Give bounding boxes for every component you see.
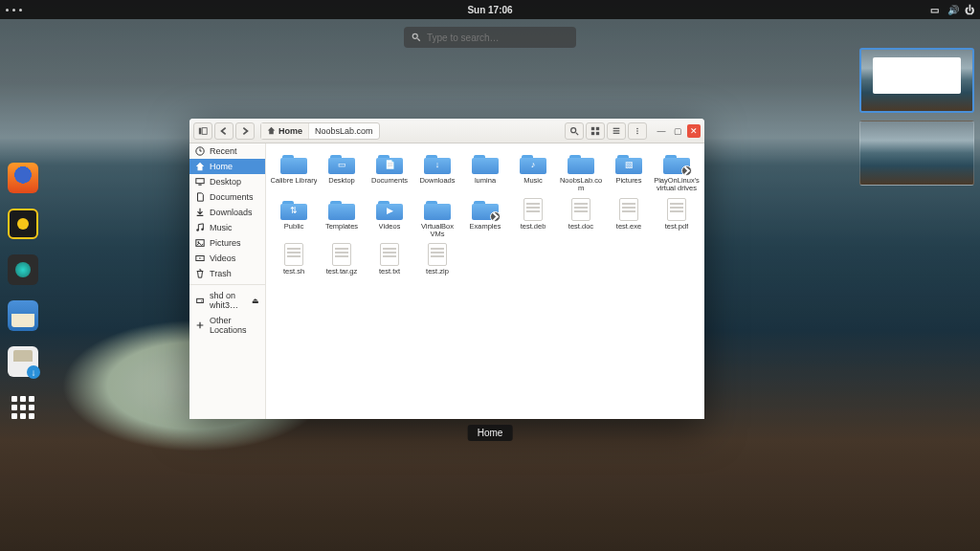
clock-label[interactable]: Sun 17:06 (467, 5, 512, 15)
maximize-button[interactable]: ▢ (671, 124, 684, 138)
close-button[interactable]: ✕ (687, 124, 701, 138)
file-item[interactable]: test.pdf (653, 197, 701, 239)
sidebar-item-desktop[interactable]: Desktop (189, 174, 265, 189)
sidebar-item-other-locations[interactable]: Other Locations (189, 313, 265, 338)
svg-rect-8 (591, 131, 594, 134)
dock-app-rhythmbox[interactable] (8, 209, 38, 239)
power-icon[interactable]: ⏻ (965, 5, 974, 14)
svg-rect-9 (596, 131, 599, 134)
menu-button[interactable] (607, 122, 626, 140)
sidebar-item-home[interactable]: Home (189, 159, 265, 174)
volume-icon[interactable]: 🔊 (947, 5, 957, 14)
sidebar-item-music[interactable]: Music (189, 220, 265, 235)
folder-item[interactable]: ▭Desktop (318, 151, 366, 193)
svg-rect-2 (199, 127, 202, 134)
svg-point-19 (196, 229, 199, 231)
dock-app-photos[interactable] (8, 254, 38, 285)
path-home-label: Home (278, 126, 302, 136)
files-window: Home NoobsLab.com — ▢ ✕ RecentHomeDeskto… (189, 119, 704, 419)
dash-dock (8, 163, 38, 423)
folder-item[interactable]: ♪Music (509, 151, 557, 193)
screen-icon[interactable]: ▭ (930, 5, 940, 14)
folder-item[interactable]: ▶Videos (366, 197, 413, 239)
folder-item[interactable]: PlayOnLinux's virtual drives (653, 151, 701, 193)
svg-point-14 (636, 130, 638, 132)
sidebar-item-shd-on-whit3-[interactable]: shd on whit3…⏏ (189, 288, 265, 313)
window-caption: Home (468, 425, 513, 441)
dock-app-firefox[interactable] (8, 163, 38, 193)
svg-point-13 (636, 127, 638, 129)
sidebar-item-pictures[interactable]: Pictures (189, 235, 265, 251)
svg-line-5 (576, 132, 579, 135)
sidebar-item-downloads[interactable]: Downloads (189, 205, 265, 220)
svg-rect-18 (198, 185, 201, 186)
places-sidebar: RecentHomeDesktopDocumentsDownloadsMusic… (189, 143, 266, 419)
sidebar-item-documents[interactable]: Documents (189, 189, 265, 205)
folder-item[interactable]: ⇅Public (270, 197, 318, 239)
more-button[interactable] (628, 122, 647, 140)
file-item[interactable]: test.exe (605, 197, 653, 239)
svg-rect-6 (591, 126, 594, 129)
dock-app-grid[interactable] (8, 392, 38, 423)
svg-rect-11 (613, 130, 620, 131)
path-bar[interactable]: Home NoobsLab.com (260, 122, 380, 140)
svg-rect-17 (196, 179, 204, 184)
sidebar-item-trash[interactable]: Trash (189, 266, 265, 281)
sidebar-toggle-button[interactable] (193, 122, 212, 140)
folder-item[interactable]: 📄Documents (366, 151, 413, 193)
window-titlebar: Home NoobsLab.com — ▢ ✕ (189, 119, 704, 143)
file-item[interactable]: test.deb (509, 197, 557, 239)
path-home[interactable]: Home (261, 123, 309, 139)
folder-item[interactable]: VirtualBox VMs (413, 197, 461, 239)
search-button[interactable] (565, 122, 584, 140)
folder-item[interactable]: NoobsLab.com (557, 151, 605, 193)
link-badge-icon (681, 165, 692, 176)
workspace-2[interactable] (859, 121, 974, 186)
view-toggle-button[interactable] (586, 122, 605, 140)
folder-item[interactable]: Templates (318, 197, 366, 239)
dock-app-software[interactable] (8, 346, 38, 377)
search-input[interactable] (427, 33, 568, 43)
file-item[interactable]: test.sh (270, 242, 318, 276)
svg-point-20 (201, 228, 204, 231)
folder-item[interactable]: ▧Pictures (605, 151, 653, 193)
file-item[interactable]: test.zip (413, 242, 461, 276)
svg-rect-12 (613, 132, 620, 133)
svg-rect-24 (197, 298, 204, 302)
folder-item[interactable]: lumina (461, 151, 509, 193)
minimize-button[interactable]: — (655, 124, 668, 138)
workspace-switcher (859, 48, 974, 186)
svg-point-25 (201, 300, 202, 301)
activities-button[interactable] (6, 9, 22, 11)
workspace-1[interactable] (859, 48, 974, 113)
dock-app-files[interactable] (8, 300, 38, 331)
svg-rect-3 (202, 127, 207, 134)
file-item[interactable]: test.txt (366, 242, 413, 276)
svg-point-4 (571, 127, 576, 132)
svg-rect-7 (596, 126, 599, 129)
back-button[interactable] (214, 122, 234, 140)
file-item[interactable]: test.tar.gz (318, 242, 366, 276)
forward-button[interactable] (235, 122, 255, 140)
svg-line-1 (417, 38, 420, 41)
top-bar: Sun 17:06 ▭ 🔊 ⏻ (0, 0, 980, 19)
overview-search[interactable] (404, 27, 576, 48)
svg-point-15 (636, 132, 638, 134)
folder-item[interactable]: Examples (461, 197, 509, 239)
file-item[interactable]: test.doc (557, 197, 605, 239)
search-icon (412, 33, 421, 42)
folder-item[interactable]: ↓Downloads (413, 151, 461, 193)
path-segment[interactable]: NoobsLab.com (309, 123, 379, 139)
sidebar-item-recent[interactable]: Recent (189, 143, 265, 159)
eject-icon[interactable]: ⏏ (252, 297, 259, 305)
svg-rect-10 (613, 127, 620, 128)
svg-point-0 (412, 33, 417, 38)
sidebar-item-videos[interactable]: Videos (189, 251, 265, 266)
folder-item[interactable]: Calibre Library (270, 151, 318, 193)
file-grid[interactable]: Calibre Library▭Desktop📄Documents↓Downlo… (266, 143, 704, 419)
link-badge-icon (490, 211, 501, 222)
